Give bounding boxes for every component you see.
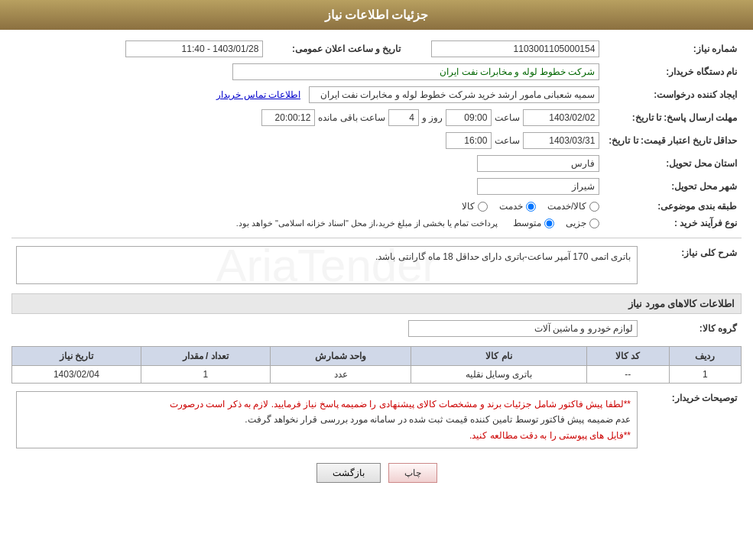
province-value: فارس <box>11 152 604 175</box>
needs-number-input[interactable]: 1103001105000154 <box>431 40 599 57</box>
buyer-notes-table: توصیحات خریدار: **لطفا پیش فاکتور شامل ج… <box>11 388 742 452</box>
category-option-service[interactable]: خدمت <box>499 201 536 212</box>
page-title: جزئیات اطلاعات نیاز <box>325 8 429 21</box>
price-validity-time-label: ساعت <box>495 135 520 146</box>
process-label-medium: متوسط <box>513 218 541 228</box>
row-description: شرح کلی نیاز: AriaTender باتری اتمی 170 … <box>11 243 742 287</box>
creator-input: سمیه شعبانی مامور ارشد خرید شرکت خطوط لو… <box>309 86 599 103</box>
process-type-label: نوع فرآیند خرید : <box>604 215 742 231</box>
process-type-row: جزیی متوسط پرداخت تمام یا بخشی از مبلغ خ… <box>16 218 599 228</box>
row-buyer-notes: توصیحات خریدار: **لطفا پیش فاکتور شامل ج… <box>11 388 742 452</box>
process-note: پرداخت تمام یا بخشی از مبلغ خرید،از محل … <box>236 218 498 228</box>
col-need-date: تاریخ نیاز <box>12 347 141 366</box>
response-date-input[interactable]: 1403/02/02 <box>523 109 599 126</box>
goods-group-table: گروه کالا: لوازم خودرو و ماشین آلات <box>11 317 742 340</box>
process-radio-group: جزیی متوسط <box>513 218 599 228</box>
contact-link[interactable]: اطلاعات تماس خریدار <box>216 89 300 100</box>
response-days-input[interactable]: 4 <box>388 109 419 126</box>
price-validity-label: حداقل تاریخ اعتبار قیمت: تا تاریخ: <box>604 129 742 152</box>
response-time-label: ساعت <box>495 112 520 123</box>
price-validity-row: 1403/03/31 ساعت 16:00 <box>16 132 599 149</box>
price-validity-date-input[interactable]: 1403/03/31 <box>523 132 599 149</box>
province-label: استان محل تحویل: <box>604 152 742 175</box>
public-announce-label: تاریخ و ساعت اعلان عمومی: <box>268 37 405 60</box>
category-radio-goods[interactable] <box>478 202 488 212</box>
response-remaining-input[interactable]: 20:00:12 <box>261 109 315 126</box>
row-category: طبقه بندی موضوعی: کالا/خدمت خدمت <box>11 198 742 215</box>
description-value: AriaTender باتری اتمی 170 آمپر ساعت-باتر… <box>11 243 642 287</box>
divider-1 <box>11 238 742 238</box>
needs-number-label: شماره نیاز: <box>604 37 742 60</box>
province-input[interactable]: فارس <box>477 155 599 172</box>
buyer-org-input[interactable]: شرکت خطوط لوله و مخابرات نفت ایران <box>232 63 599 80</box>
col-quantity: تعداد / مقدار <box>141 347 270 366</box>
print-button[interactable]: چاپ <box>388 463 437 483</box>
cell-row-num: 1 <box>669 366 741 384</box>
category-label-goods-service: کالا/خدمت <box>547 201 586 212</box>
response-deadline-row: 1403/02/02 ساعت 09:00 روز و 4 ساعت باقی … <box>16 109 599 126</box>
response-deadline-value: 1403/02/02 ساعت 09:00 روز و 4 ساعت باقی … <box>11 106 604 129</box>
goods-table-header: ردیف کد کالا نام کالا واحد شمارش تعداد /… <box>12 347 742 366</box>
category-radio-service[interactable] <box>526 202 536 212</box>
col-row-num: ردیف <box>669 347 741 366</box>
goods-table: ردیف کد کالا نام کالا واحد شمارش تعداد /… <box>11 346 742 384</box>
goods-table-header-row: ردیف کد کالا نام کالا واحد شمارش تعداد /… <box>12 347 742 366</box>
category-radio-group: کالا/خدمت خدمت کالا <box>16 201 599 212</box>
cell-quantity: 1 <box>141 366 270 384</box>
process-type-value: جزیی متوسط پرداخت تمام یا بخشی از مبلغ خ… <box>11 215 604 231</box>
response-time-input[interactable]: 09:00 <box>446 109 492 126</box>
city-label: شهر محل تحویل: <box>604 175 742 198</box>
col-unit: واحد شمارش <box>270 347 411 366</box>
category-options: کالا/خدمت خدمت کالا <box>11 198 604 215</box>
category-radio-goods-service[interactable] <box>589 202 599 212</box>
description-label: شرح کلی نیاز: <box>642 243 742 287</box>
process-option-partial[interactable]: جزیی <box>566 218 599 228</box>
description-table: شرح کلی نیاز: AriaTender باتری اتمی 170 … <box>11 243 742 287</box>
row-creator: ایجاد کننده درخواست: سمیه شعبانی مامور ا… <box>11 83 742 106</box>
description-box: AriaTender باتری اتمی 170 آمپر ساعت-باتر… <box>16 246 638 284</box>
description-text: باتری اتمی 170 آمپر ساعت-باتری دارای حدا… <box>375 251 631 262</box>
goods-group-value: لوازم خودرو و ماشین آلات <box>11 317 642 340</box>
price-validity-time-input[interactable]: 16:00 <box>446 132 492 149</box>
goods-table-body: 1 -- باتری وسایل نقلیه عدد 1 1403/02/04 <box>12 366 742 384</box>
cell-need-date: 1403/02/04 <box>12 366 141 384</box>
category-option-goods[interactable]: کالا <box>462 201 488 212</box>
buyer-notes-line3: **فایل های پیوستی را به دقت مطالعه کنید. <box>469 430 631 441</box>
row-price-validity: حداقل تاریخ اعتبار قیمت: تا تاریخ: 1403/… <box>11 129 742 152</box>
category-label: طبقه بندی موضوعی: <box>604 198 742 215</box>
buyer-notes-box: **لطفا پیش فاکتور شامل جزئیات برند و مشخ… <box>16 391 638 448</box>
city-input[interactable]: شیراز <box>477 178 599 195</box>
goods-section-header: اطلاعات کالاهای مورد نیاز <box>11 293 742 314</box>
row-needs-number: شماره نیاز: 1103001105000154 تاریخ و ساع… <box>11 37 742 60</box>
goods-group-label: گروه کالا: <box>642 317 742 340</box>
response-deadline-label: مهلت ارسال پاسخ: تا تاریخ: <box>604 106 742 129</box>
buyer-notes-line2: عدم ضمیمه پیش فاکتور توسط تامین کننده قی… <box>245 414 631 425</box>
city-value: شیراز <box>11 175 604 198</box>
creator-value: سمیه شعبانی مامور ارشد خرید شرکت خطوط لو… <box>11 83 604 106</box>
public-announce-value: 1403/01/28 - 11:40 <box>11 37 268 60</box>
process-radio-medium[interactable] <box>544 218 554 228</box>
process-label-partial: جزیی <box>566 218 586 228</box>
page-container: جزئیات اطلاعات نیاز شماره نیاز: 11030011… <box>0 0 753 560</box>
content-area: شماره نیاز: 1103001105000154 تاریخ و ساع… <box>0 30 753 502</box>
public-announce-input[interactable]: 1403/01/28 - 11:40 <box>125 40 263 57</box>
row-process-type: نوع فرآیند خرید : جزیی متوسط <box>11 215 742 231</box>
page-header: جزئیات اطلاعات نیاز <box>0 0 753 30</box>
process-radio-partial[interactable] <box>589 218 599 228</box>
back-button[interactable]: بازگشت <box>316 463 381 483</box>
category-label-service: خدمت <box>499 201 523 212</box>
goods-group-input[interactable]: لوازم خودرو و ماشین آلات <box>408 320 638 337</box>
cell-item-code: -- <box>586 366 669 384</box>
needs-number-value: 1103001105000154 <box>405 37 604 60</box>
table-row: 1 -- باتری وسایل نقلیه عدد 1 1403/02/04 <box>12 366 742 384</box>
buyer-org-value: شرکت خطوط لوله و مخابرات نفت ایران <box>11 60 604 83</box>
creator-label: ایجاد کننده درخواست: <box>604 83 742 106</box>
buyer-notes-value: **لطفا پیش فاکتور شامل جزئیات برند و مشخ… <box>11 388 642 452</box>
button-row: چاپ بازگشت <box>11 463 742 483</box>
category-option-goods-service[interactable]: کالا/خدمت <box>547 201 599 212</box>
buyer-notes-label: توصیحات خریدار: <box>642 388 742 452</box>
buyer-notes-line1: **لطفا پیش فاکتور شامل جزئیات برند و مشخ… <box>170 399 631 409</box>
price-validity-value: 1403/03/31 ساعت 16:00 <box>11 129 604 152</box>
category-label-goods: کالا <box>462 201 475 212</box>
process-option-medium[interactable]: متوسط <box>513 218 554 228</box>
